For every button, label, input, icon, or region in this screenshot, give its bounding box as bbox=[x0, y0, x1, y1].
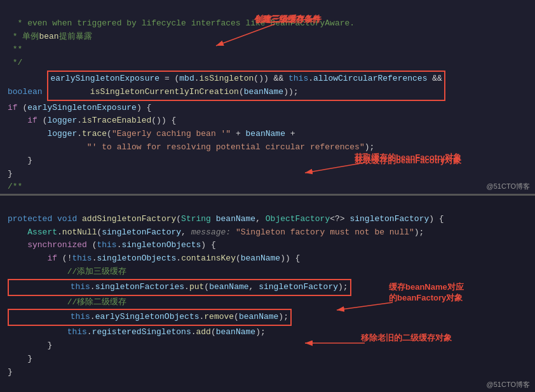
bottom-panel: protected void addSingletonFactory(Strin… bbox=[0, 196, 535, 392]
annotation-get-cache: 获取缓存的beanFacotry对象 bbox=[355, 155, 461, 166]
top-watermark: @51CTO博客 bbox=[487, 182, 530, 191]
bottom-watermark: @51CTO博客 bbox=[487, 380, 530, 389]
annotation-create-cache: 创建三级缓存条件 bbox=[254, 14, 320, 25]
bottom-code: protected void addSingletonFactory(Strin… bbox=[0, 196, 535, 392]
top-panel: * even when triggered by lifecycle inter… bbox=[0, 0, 535, 196]
